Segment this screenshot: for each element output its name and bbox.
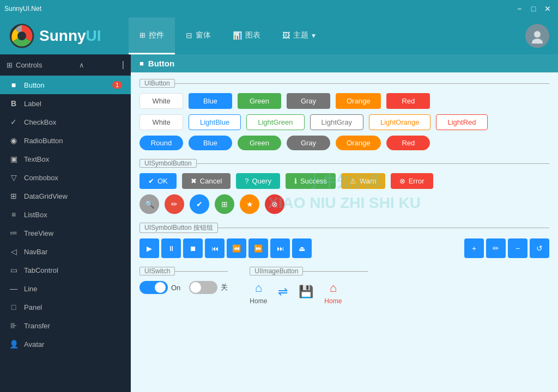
tab-icon: ▭ — [9, 266, 19, 274]
next-track-button[interactable]: ⏭ — [270, 238, 290, 258]
img-btn-save[interactable]: 💾 — [299, 285, 313, 301]
sidebar-item-tabcontrol[interactable]: ▭ TabControl — [0, 261, 131, 279]
btn-lightblue[interactable]: LightBlue — [189, 114, 241, 130]
toggle-track-on[interactable] — [140, 281, 168, 294]
toggle-thumb-on — [155, 282, 166, 293]
btn-lightgray[interactable]: LightGray — [310, 114, 363, 130]
img-btn-home[interactable]: ⌂ Home — [250, 281, 267, 305]
sidebar-panel-label: Panel — [24, 303, 42, 311]
sidebar-item-treeview[interactable]: ≔ TreeView — [0, 224, 131, 242]
button-icon: ■ — [9, 81, 19, 89]
icon-btn-check[interactable]: ✔ — [190, 194, 209, 214]
collapse-icon[interactable]: ∧ — [79, 61, 84, 69]
sym-btn-ok[interactable]: ✔ OK — [140, 173, 177, 189]
section-line2 — [196, 163, 549, 164]
sidebar-item-textbox[interactable]: ▣ TextBox — [0, 150, 131, 168]
sidebar-item-combobox[interactable]: ▽ Combobox — [0, 168, 131, 187]
toggle-row: On 关 — [140, 281, 228, 294]
home-icon: ⌂ — [255, 281, 262, 295]
btn-round[interactable]: Round — [140, 136, 183, 150]
check-icon: ✔ — [196, 200, 203, 209]
line-icon: — — [9, 284, 19, 293]
btn-orange[interactable]: Orange — [336, 93, 381, 109]
sidebar-item-listbox[interactable]: ≡ ListBox — [0, 205, 131, 224]
btn-gray[interactable]: Gray — [287, 93, 330, 109]
tab-controls[interactable]: ⊞ 控件 — [129, 17, 175, 54]
sym-btn-error[interactable]: ⊗ Error — [391, 173, 433, 189]
stop-button[interactable]: ⏹ — [183, 238, 203, 258]
sym-btn-query[interactable]: ? Query — [236, 173, 280, 189]
sidebar-item-panel[interactable]: □ Panel — [0, 298, 131, 316]
icon-btn-close[interactable]: ⊗ — [265, 194, 284, 214]
tab-theme[interactable]: 🖼 主题 ▾ — [271, 17, 326, 54]
ok-icon: ✔ — [148, 177, 154, 185]
btn-lightorange[interactable]: LightOrange — [369, 114, 431, 130]
uiimagebutton-header: UIImageButton — [250, 267, 368, 275]
pause-button[interactable]: ⏸ — [161, 238, 181, 258]
icon-btn-edit[interactable]: ✏ — [165, 194, 184, 214]
sidebar-textbox-label: TextBox — [24, 155, 49, 163]
button-square-icon: ■ — [140, 59, 144, 68]
sidebar-item-radiobutton[interactable]: ◉ RadioButton — [0, 131, 131, 150]
tab-window[interactable]: ⊟ 窗体 — [175, 17, 222, 54]
btn-blue[interactable]: Blue — [189, 93, 232, 109]
sym-btn-cancel[interactable]: ✖ Cancel — [182, 173, 231, 189]
sidebar-item-transfer[interactable]: ⊪ Transfer — [0, 316, 131, 335]
theme-icon: 🖼 — [282, 31, 290, 40]
section-line — [174, 83, 549, 84]
rewind-button[interactable]: ⏪ — [227, 238, 246, 258]
uiswitch-label: UISwitch — [140, 267, 175, 275]
btn-red[interactable]: Red — [386, 93, 430, 109]
toggle-track-off[interactable] — [189, 281, 217, 294]
sidebar-item-label[interactable]: B Label — [0, 94, 131, 113]
action-buttons: + ✏ − ↺ — [464, 238, 549, 258]
avatar — [525, 24, 549, 48]
sidebar-scroll[interactable]: ■ Button 1 B Label ✓ CheckBox ◉ RadioBut… — [0, 76, 131, 392]
sidebar-item-button[interactable]: ■ Button 1 — [0, 76, 131, 94]
avatar-area[interactable] — [525, 24, 549, 48]
icon-btn-star[interactable]: ★ — [240, 194, 259, 214]
img-btn-home-red[interactable]: ⌂ Home — [324, 281, 342, 305]
edit-action-button[interactable]: ✏ — [486, 238, 506, 258]
play-button[interactable]: ▶ — [140, 238, 159, 258]
sidebar-item-navbar[interactable]: ◁ NavBar — [0, 242, 131, 261]
refresh-button[interactable]: ↺ — [530, 238, 549, 258]
btn-round-green[interactable]: Green — [238, 136, 281, 150]
fast-forward-button[interactable]: ⏩ — [248, 238, 268, 258]
btn-green[interactable]: Green — [238, 93, 281, 109]
remove-button[interactable]: − — [508, 238, 527, 258]
sidebar-item-checkbox[interactable]: ✓ CheckBox — [0, 113, 131, 131]
btn-round-blue[interactable]: Blue — [189, 136, 232, 150]
sym-btn-success[interactable]: ℹ Success — [286, 173, 336, 189]
window-icon: ⊟ — [186, 31, 192, 40]
add-button[interactable]: + — [464, 238, 484, 258]
img-btn-transfer[interactable]: ⇌ — [278, 285, 288, 301]
toggle-on[interactable]: On — [140, 281, 180, 294]
svg-point-1 — [17, 32, 26, 40]
toggle-off[interactable]: 关 — [189, 281, 228, 294]
tab-chart[interactable]: 📊 图表 — [222, 17, 271, 54]
textbox-icon: ▣ — [9, 155, 19, 163]
transfer-btn-icon: ⇌ — [278, 285, 288, 299]
btn-lightred[interactable]: LightRed — [436, 114, 487, 130]
btn-round-gray[interactable]: Gray — [287, 136, 330, 150]
main-layout: ⊞ Controls ∧ | ■ Button 1 B Label ✓ Chec… — [0, 54, 558, 392]
icon-btn-search[interactable]: 🔍 — [140, 194, 159, 214]
btn-round-red[interactable]: Red — [386, 136, 430, 150]
minimize-button[interactable]: − — [513, 3, 525, 15]
close-button[interactable]: ✕ — [542, 3, 554, 15]
sidebar-item-avatar[interactable]: 👤 Avatar — [0, 335, 131, 353]
icon-btn-grid[interactable]: ⊞ — [215, 194, 234, 214]
sym-btn-warn[interactable]: ⚠ Warn — [341, 173, 385, 189]
solid-buttons-row: White Blue Green Gray Orange Red — [140, 93, 549, 109]
btn-white[interactable]: White — [140, 93, 183, 109]
btn-lightgreen[interactable]: LightGreen — [246, 114, 304, 130]
sidebar-item-line[interactable]: — Line — [0, 279, 131, 298]
sidebar-item-datagridview[interactable]: ⊞ DataGridView — [0, 187, 131, 205]
search-icon: 🔍 — [145, 200, 154, 209]
maximize-button[interactable]: □ — [527, 3, 539, 15]
btn-white-light[interactable]: White — [140, 114, 183, 130]
btn-round-orange[interactable]: Orange — [336, 136, 381, 150]
prev-track-button[interactable]: ⏮ — [205, 238, 225, 258]
eject-button[interactable]: ⏏ — [292, 238, 312, 258]
